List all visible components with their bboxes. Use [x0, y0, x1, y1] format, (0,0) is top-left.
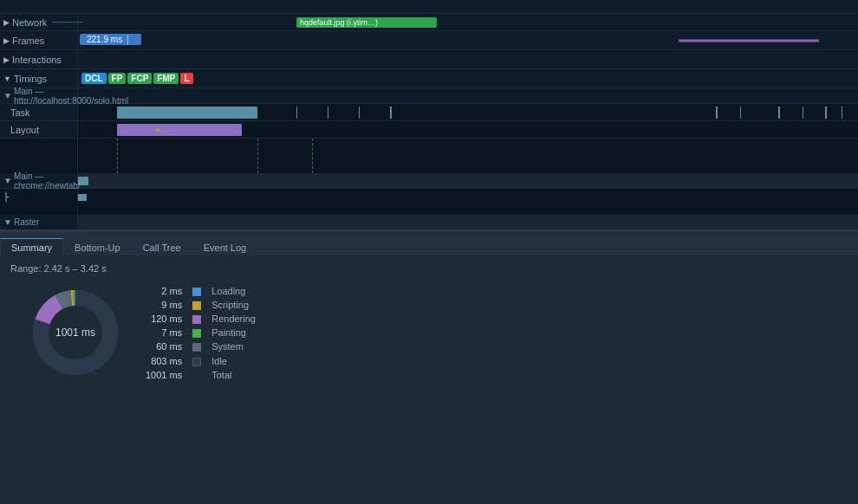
main-newtab-label: ▼ Main — chrome://newtab/ — [0, 173, 78, 188]
frames-content: 221.9 ms ▏ — [78, 31, 858, 49]
task-label: Task — [0, 104, 78, 120]
main-localhost-header: ▼ Main — http://localhost:8000/solo.html — [0, 88, 858, 104]
timings-label: ▼ Timings — [0, 69, 78, 87]
tab-bottom-up[interactable]: Bottom-Up — [63, 238, 132, 256]
timings-row: ▼ Timings DCL FP FCP FMP L — [0, 69, 858, 88]
badge-fcp: FCP — [127, 73, 152, 84]
legend-table: 2 ms Loading 9 ms Scripting 120 ms Rende… — [140, 284, 261, 382]
legend-total-label: Total — [206, 368, 261, 382]
main-localhost-header-body — [78, 88, 858, 104]
network-label: ▶ Network ───── — [0, 14, 78, 30]
badge-dcl: DCL — [81, 73, 107, 84]
timings-content: DCL FP FCP FMP L — [78, 69, 858, 87]
main-localhost-label: ▼ Main — http://localhost:8000/solo.html — [0, 88, 78, 103]
raster-header: ▼ Raster — [0, 215, 858, 230]
bottom-panel: Summary Bottom-Up Call Tree Event Log Ra… — [0, 230, 858, 456]
newtab-spacer: ┣ — [0, 189, 858, 215]
task-bar-2 — [296, 107, 297, 119]
legend-loading-swatch — [187, 284, 206, 298]
interactions-label: ▶ Interactions — [0, 50, 78, 68]
legend-idle: 803 ms Idle — [140, 353, 261, 367]
legend-painting-ms: 7 ms — [140, 326, 187, 339]
legend-idle-ms: 803 ms — [140, 353, 187, 367]
interactions-row: ▶ Interactions — [0, 50, 858, 69]
task-bar-4 — [359, 107, 360, 119]
legend-system-swatch — [187, 339, 206, 353]
legend-rendering-label: Rendering — [206, 312, 261, 326]
task-bar-7 — [740, 107, 741, 119]
raster-label: ▼ Raster — [0, 215, 78, 229]
task-body — [78, 104, 858, 120]
network-content: hqdefault.jpg (i.ytim…) — [78, 14, 858, 30]
summary-body: 1001 ms 2 ms Loading 9 ms Scripting — [10, 284, 848, 382]
frames-row: ▶ Frames 221.9 ms ▏ — [0, 31, 858, 50]
vline-dcl — [257, 139, 258, 173]
layout-bar — [117, 124, 242, 136]
layout-dot — [156, 128, 159, 132]
main-newtab-header: ▼ Main — chrome://newtab/ — [0, 173, 858, 189]
layout-label: Layout — [0, 121, 78, 138]
task-bar-11 — [842, 107, 842, 119]
range-text: Range: 2.42 s – 3.42 s — [10, 263, 848, 274]
donut-chart: 1001 ms — [28, 285, 123, 380]
newtab-bar-2 — [78, 194, 87, 201]
badge-fp: FP — [108, 73, 127, 84]
task-bar-6 — [716, 107, 718, 119]
raster-body — [78, 215, 858, 230]
network-file-bar: hqdefault.jpg (i.ytim…) — [296, 17, 437, 28]
legend-total: 1001 ms Total — [140, 368, 261, 382]
legend-scripting-ms: 9 ms — [140, 298, 187, 312]
frames-label: ▶ Frames — [0, 31, 78, 49]
layout-body — [78, 121, 858, 138]
legend-loading-ms: 2 ms — [140, 284, 187, 298]
main-spacer — [0, 139, 858, 173]
legend-system: 60 ms System — [140, 339, 261, 353]
task-bar-9 — [803, 107, 803, 119]
legend-loading-label: Loading — [206, 284, 261, 298]
task-bar-5 — [390, 107, 392, 119]
frames-purple-bar — [679, 39, 819, 42]
donut-center-label: 1001 ms — [55, 326, 95, 339]
legend-scripting: 9 ms Scripting — [140, 298, 261, 312]
frames-value: 221.9 ms ▏ — [80, 34, 141, 45]
badge-l: L — [180, 73, 192, 84]
layout-row: Layout — [0, 121, 858, 139]
task-bar-10 — [825, 107, 827, 119]
task-bar-3 — [328, 107, 328, 119]
panel-content: Range: 2.42 s – 3.42 s — [0, 256, 858, 456]
tab-call-tree[interactable]: Call Tree — [132, 238, 192, 256]
legend-loading: 2 ms Loading — [140, 284, 261, 298]
tab-event-log[interactable]: Event Log — [192, 238, 258, 256]
legend-rendering-ms: 120 ms — [140, 312, 187, 326]
main-newtab-body — [78, 173, 858, 189]
legend-total-swatch — [187, 368, 206, 382]
legend-system-label: System — [206, 339, 261, 353]
interactions-content — [78, 50, 858, 68]
tabs-row: Summary Bottom-Up Call Tree Event Log — [0, 232, 858, 256]
legend-painting-swatch — [187, 326, 206, 339]
legend-rendering-swatch — [187, 312, 206, 326]
tab-summary[interactable]: Summary — [0, 238, 63, 256]
legend-scripting-label: Scripting — [206, 298, 261, 312]
task-bar-1 — [117, 107, 257, 119]
task-row: Task — [0, 104, 858, 121]
vline-fcp — [312, 139, 313, 173]
legend-idle-swatch — [187, 353, 206, 367]
vline-fp — [117, 139, 118, 173]
badge-fmp: FMP — [153, 73, 179, 84]
legend-rendering: 120 ms Rendering — [140, 312, 261, 326]
legend-scripting-swatch — [187, 298, 206, 312]
task-bar-8 — [778, 107, 780, 119]
legend-system-ms: 60 ms — [140, 339, 187, 353]
legend-painting: 7 ms Painting — [140, 326, 261, 339]
network-row: ▶ Network ───── hqdefault.jpg (i.ytim…) — [0, 14, 858, 31]
legend-total-ms: 1001 ms — [140, 368, 187, 382]
legend-painting-label: Painting — [206, 326, 261, 339]
legend-idle-label: Idle — [206, 353, 261, 367]
